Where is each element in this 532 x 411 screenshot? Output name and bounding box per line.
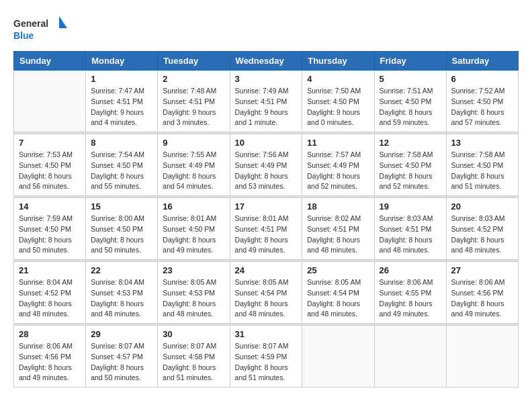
day-number: 27 — [451, 265, 513, 275]
weekday-header: Monday — [86, 52, 158, 71]
calendar-cell: 22Sunrise: 8:04 AM Sunset: 4:53 PM Dayli… — [86, 262, 158, 324]
weekday-header: Saturday — [446, 52, 518, 71]
day-info: Sunrise: 7:49 AM Sunset: 4:51 PM Dayligh… — [235, 86, 298, 128]
day-number: 8 — [91, 138, 152, 148]
day-info: Sunrise: 7:50 AM Sunset: 4:50 PM Dayligh… — [307, 86, 369, 128]
calendar-cell: 6Sunrise: 7:52 AM Sunset: 4:50 PM Daylig… — [446, 71, 518, 132]
day-info: Sunrise: 8:07 AM Sunset: 4:58 PM Dayligh… — [163, 341, 224, 383]
day-number: 23 — [163, 265, 224, 275]
day-number: 6 — [451, 74, 513, 84]
day-number: 18 — [307, 201, 369, 212]
calendar-cell: 10Sunrise: 7:56 AM Sunset: 4:49 PM Dayli… — [230, 134, 302, 196]
weekday-header: Thursday — [302, 52, 374, 71]
weekday-header: Wednesday — [230, 52, 302, 71]
svg-text:Blue: Blue — [13, 30, 34, 41]
calendar-cell: 1Sunrise: 7:47 AM Sunset: 4:51 PM Daylig… — [86, 71, 158, 132]
calendar-cell: 24Sunrise: 8:05 AM Sunset: 4:54 PM Dayli… — [230, 262, 302, 324]
calendar-cell: 21Sunrise: 8:04 AM Sunset: 4:52 PM Dayli… — [14, 262, 86, 324]
day-number: 1 — [91, 74, 152, 84]
day-number: 10 — [235, 138, 298, 148]
calendar-week-row: 1Sunrise: 7:47 AM Sunset: 4:51 PM Daylig… — [14, 71, 519, 132]
calendar-cell: 9Sunrise: 7:55 AM Sunset: 4:49 PM Daylig… — [158, 134, 230, 196]
day-number: 5 — [380, 74, 441, 84]
day-number: 25 — [307, 265, 369, 275]
day-info: Sunrise: 7:55 AM Sunset: 4:49 PM Dayligh… — [163, 150, 224, 192]
calendar-cell: 25Sunrise: 8:05 AM Sunset: 4:54 PM Dayli… — [302, 262, 374, 324]
logo: General Blue — [13, 13, 67, 43]
day-info: Sunrise: 8:05 AM Sunset: 4:54 PM Dayligh… — [235, 277, 298, 320]
day-info: Sunrise: 7:47 AM Sunset: 4:51 PM Dayligh… — [91, 86, 152, 128]
day-info: Sunrise: 7:58 AM Sunset: 4:50 PM Dayligh… — [380, 150, 441, 192]
calendar-cell: 2Sunrise: 7:48 AM Sunset: 4:51 PM Daylig… — [158, 71, 230, 132]
page-header: General Blue — [13, 13, 519, 43]
calendar-cell: 19Sunrise: 8:03 AM Sunset: 4:51 PM Dayli… — [374, 198, 446, 260]
calendar-cell: 12Sunrise: 7:58 AM Sunset: 4:50 PM Dayli… — [374, 134, 446, 196]
calendar-cell: 17Sunrise: 8:01 AM Sunset: 4:51 PM Dayli… — [230, 198, 302, 260]
calendar-cell: 26Sunrise: 8:06 AM Sunset: 4:55 PM Dayli… — [374, 262, 446, 324]
day-number: 2 — [163, 74, 224, 84]
weekday-header: Sunday — [14, 52, 86, 71]
day-info: Sunrise: 8:07 AM Sunset: 4:59 PM Dayligh… — [235, 341, 298, 383]
day-number: 22 — [91, 265, 152, 275]
day-info: Sunrise: 8:04 AM Sunset: 4:52 PM Dayligh… — [19, 277, 81, 320]
calendar-cell: 5Sunrise: 7:51 AM Sunset: 4:50 PM Daylig… — [374, 71, 446, 132]
calendar-cell: 3Sunrise: 7:49 AM Sunset: 4:51 PM Daylig… — [230, 71, 302, 132]
day-info: Sunrise: 8:06 AM Sunset: 4:55 PM Dayligh… — [380, 277, 441, 320]
day-number: 26 — [380, 265, 441, 275]
day-info: Sunrise: 8:04 AM Sunset: 4:53 PM Dayligh… — [91, 277, 152, 320]
calendar-cell: 7Sunrise: 7:53 AM Sunset: 4:50 PM Daylig… — [14, 134, 86, 196]
day-info: Sunrise: 8:07 AM Sunset: 4:57 PM Dayligh… — [91, 341, 152, 383]
calendar-week-row: 7Sunrise: 7:53 AM Sunset: 4:50 PM Daylig… — [14, 134, 519, 196]
day-number: 21 — [19, 265, 81, 275]
day-info: Sunrise: 7:53 AM Sunset: 4:50 PM Dayligh… — [19, 150, 81, 192]
day-number: 29 — [91, 329, 152, 339]
svg-marker-2 — [59, 16, 67, 28]
day-info: Sunrise: 7:52 AM Sunset: 4:50 PM Dayligh… — [451, 86, 513, 128]
day-number: 15 — [91, 201, 152, 212]
day-info: Sunrise: 8:05 AM Sunset: 4:54 PM Dayligh… — [307, 277, 369, 320]
day-number: 3 — [235, 74, 298, 84]
weekday-header-row: SundayMondayTuesdayWednesdayThursdayFrid… — [14, 52, 519, 71]
day-number: 17 — [235, 201, 298, 212]
calendar-week-row: 14Sunrise: 7:59 AM Sunset: 4:50 PM Dayli… — [14, 198, 519, 260]
day-number: 9 — [163, 138, 224, 148]
calendar-cell — [14, 71, 86, 132]
svg-text:General: General — [13, 18, 48, 29]
day-info: Sunrise: 8:01 AM Sunset: 4:51 PM Dayligh… — [235, 214, 298, 256]
day-info: Sunrise: 7:51 AM Sunset: 4:50 PM Dayligh… — [380, 86, 441, 128]
calendar-week-row: 28Sunrise: 8:06 AM Sunset: 4:56 PM Dayli… — [14, 326, 519, 387]
weekday-header: Tuesday — [158, 52, 230, 71]
day-info: Sunrise: 8:00 AM Sunset: 4:50 PM Dayligh… — [91, 214, 152, 256]
day-info: Sunrise: 8:02 AM Sunset: 4:51 PM Dayligh… — [307, 214, 369, 256]
day-info: Sunrise: 8:03 AM Sunset: 4:52 PM Dayligh… — [451, 214, 513, 256]
calendar-cell: 4Sunrise: 7:50 AM Sunset: 4:50 PM Daylig… — [302, 71, 374, 132]
day-number: 14 — [19, 201, 81, 212]
calendar-cell: 30Sunrise: 8:07 AM Sunset: 4:58 PM Dayli… — [158, 326, 230, 387]
day-number: 28 — [19, 329, 81, 339]
weekday-header: Friday — [374, 52, 446, 71]
day-info: Sunrise: 7:56 AM Sunset: 4:49 PM Dayligh… — [235, 150, 298, 192]
calendar-table: SundayMondayTuesdayWednesdayThursdayFrid… — [13, 51, 519, 387]
day-info: Sunrise: 7:58 AM Sunset: 4:50 PM Dayligh… — [451, 150, 513, 192]
day-number: 11 — [307, 138, 369, 148]
calendar-cell — [302, 326, 374, 387]
day-number: 30 — [163, 329, 224, 339]
day-info: Sunrise: 7:57 AM Sunset: 4:49 PM Dayligh… — [307, 150, 369, 192]
day-number: 13 — [451, 138, 513, 148]
calendar-week-row: 21Sunrise: 8:04 AM Sunset: 4:52 PM Dayli… — [14, 262, 519, 324]
day-info: Sunrise: 7:59 AM Sunset: 4:50 PM Dayligh… — [19, 214, 81, 256]
day-number: 16 — [163, 201, 224, 212]
day-number: 12 — [380, 138, 441, 148]
calendar-cell: 16Sunrise: 8:01 AM Sunset: 4:50 PM Dayli… — [158, 198, 230, 260]
calendar-cell: 29Sunrise: 8:07 AM Sunset: 4:57 PM Dayli… — [86, 326, 158, 387]
day-info: Sunrise: 8:03 AM Sunset: 4:51 PM Dayligh… — [380, 214, 441, 256]
day-info: Sunrise: 7:54 AM Sunset: 4:50 PM Dayligh… — [91, 150, 152, 192]
day-number: 19 — [380, 201, 441, 212]
calendar-cell: 13Sunrise: 7:58 AM Sunset: 4:50 PM Dayli… — [446, 134, 518, 196]
day-info: Sunrise: 7:48 AM Sunset: 4:51 PM Dayligh… — [163, 86, 224, 128]
calendar-cell — [374, 326, 446, 387]
logo-svg: General Blue — [13, 13, 67, 43]
day-number: 20 — [451, 201, 513, 212]
day-info: Sunrise: 8:01 AM Sunset: 4:50 PM Dayligh… — [163, 214, 224, 256]
calendar-cell: 14Sunrise: 7:59 AM Sunset: 4:50 PM Dayli… — [14, 198, 86, 260]
